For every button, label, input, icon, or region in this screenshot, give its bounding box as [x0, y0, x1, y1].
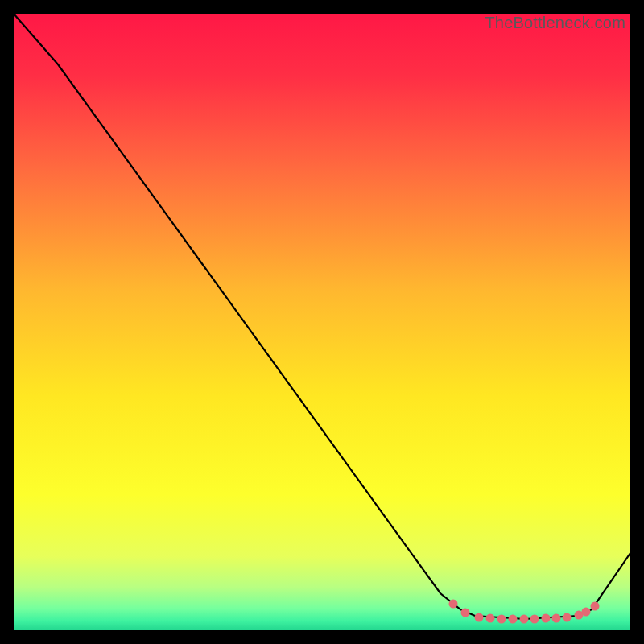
- bottleneck-chart: [14, 14, 630, 630]
- marker-dot: [486, 614, 495, 623]
- marker-dot: [475, 613, 484, 622]
- marker-dot: [449, 600, 458, 609]
- marker-dot: [461, 609, 470, 617]
- marker-dot: [509, 615, 518, 624]
- marker-dot: [582, 608, 591, 617]
- marker-dot: [563, 613, 572, 622]
- watermark-label: TheBottleneck.com: [485, 14, 625, 32]
- marker-dot: [552, 614, 561, 623]
- marker-dot: [530, 615, 539, 624]
- heat-gradient-background: [14, 14, 630, 630]
- marker-dot: [591, 602, 600, 611]
- marker-dot: [542, 614, 551, 623]
- marker-dot: [520, 615, 529, 624]
- marker-dot: [497, 615, 506, 624]
- chart-frame: TheBottleneck.com: [14, 14, 630, 630]
